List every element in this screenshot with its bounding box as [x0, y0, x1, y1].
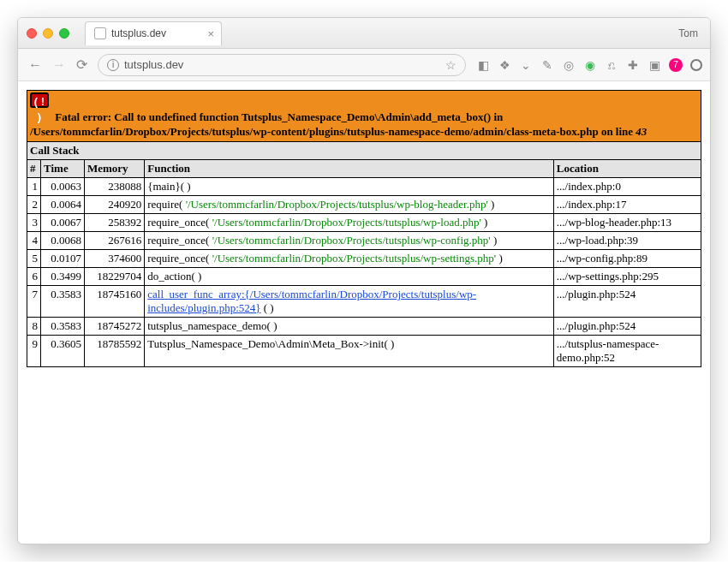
col-location: Location: [553, 159, 701, 177]
cell-memory: 374600: [84, 249, 144, 267]
forward-button[interactable]: →: [52, 57, 66, 73]
extension-icon[interactable]: ▭: [710, 58, 711, 72]
cell-memory: 18229704: [84, 267, 144, 285]
minimize-window-button[interactable]: [43, 28, 53, 39]
cell-time: 0.3583: [41, 285, 85, 317]
url-text: tutsplus.dev: [124, 58, 183, 71]
browser-tab[interactable]: tutsplus.dev ×: [85, 21, 222, 45]
extension-icon[interactable]: ⎌: [605, 58, 618, 72]
cell-index: 3: [27, 213, 41, 231]
xdebug-error-table: ( ! ) Fatal error: Call to undefined fun…: [27, 90, 701, 367]
stack-row: 30.0067258392require_once( '/Users/tommc…: [27, 213, 701, 231]
col-function: Function: [145, 159, 554, 177]
cell-location: .../wp-load.php:39: [553, 231, 701, 249]
tab-title: tutsplus.dev: [111, 27, 166, 39]
stack-row: 90.360518785592Tutsplus_Namespace_Demo\A…: [27, 335, 701, 366]
cell-function: require_once( '/Users/tommcfarlin/Dropbo…: [145, 213, 554, 231]
cell-function: {main}( ): [145, 177, 554, 195]
cell-memory: 238088: [84, 177, 144, 195]
cell-function: Tutsplus_Namespace_Demo\Admin\Meta_Box->…: [145, 335, 554, 366]
cell-memory: 258392: [84, 213, 144, 231]
extension-icon[interactable]: ◉: [583, 58, 597, 72]
cell-index: 4: [27, 231, 41, 249]
error-header: ( ! ) Fatal error: Call to undefined fun…: [27, 91, 701, 142]
stack-row: 70.358318745160call_user_func_array:{/Us…: [27, 285, 701, 317]
cell-index: 5: [27, 249, 41, 267]
cell-function: require_once( '/Users/tommcfarlin/Dropbo…: [145, 231, 554, 249]
extension-evernote-icon[interactable]: ✎: [540, 58, 554, 72]
tab-close-icon[interactable]: ×: [207, 27, 214, 40]
cell-time: 0.3583: [41, 317, 85, 335]
cell-index: 7: [27, 285, 41, 317]
cell-index: 6: [27, 267, 41, 285]
function-link[interactable]: call_user_func_array:{/Users/tommcfarlin…: [147, 288, 476, 314]
cell-index: 9: [27, 335, 41, 366]
extension-icon[interactable]: ◧: [476, 58, 490, 72]
address-bar[interactable]: i tutsplus.dev ☆: [98, 54, 466, 76]
bookmark-star-icon[interactable]: ☆: [445, 58, 456, 72]
extension-icon[interactable]: ▣: [647, 58, 661, 72]
function-path: '/Users/tommcfarlin/Dropbox/Projects/tut…: [186, 198, 488, 211]
function-path: '/Users/tommcfarlin/Dropbox/Projects/tut…: [212, 252, 496, 265]
cell-location: .../plugin.php:524: [553, 285, 701, 317]
cell-function: require_once( '/Users/tommcfarlin/Dropbo…: [145, 249, 554, 267]
cell-time: 0.3605: [41, 335, 85, 366]
cell-function: call_user_func_array:{/Users/tommcfarlin…: [145, 285, 554, 317]
col-index: #: [27, 159, 41, 177]
browser-toolbar: ← → ⟳ i tutsplus.dev ☆ ◧ ❖ ⌄ ✎ ◎ ◉ ⎌ ✚ ▣…: [18, 49, 710, 81]
browser-window: tutsplus.dev × Tom ← → ⟳ i tutsplus.dev …: [17, 17, 711, 544]
col-time: Time: [41, 159, 85, 177]
error-bang-icon: ( ! ): [30, 92, 49, 108]
cell-time: 0.3499: [41, 267, 85, 285]
site-info-icon[interactable]: i: [107, 59, 119, 71]
stack-row: 60.349918229704do_action( ).../wp-settin…: [27, 267, 701, 285]
stack-row: 10.0063238088{main}( ).../index.php:0: [27, 177, 701, 195]
cell-time: 0.0063: [41, 177, 85, 195]
extension-pocket-icon[interactable]: ⌄: [519, 58, 533, 72]
back-button[interactable]: ←: [28, 57, 42, 73]
cell-time: 0.0068: [41, 231, 85, 249]
stack-row: 80.358318745272tutsplus_namespace_demo( …: [27, 317, 701, 335]
cell-location: .../wp-blog-header.php:13: [553, 213, 701, 231]
page-content: ( ! ) Fatal error: Call to undefined fun…: [18, 81, 710, 544]
extension-icon[interactable]: ✚: [626, 58, 640, 72]
cell-location: .../wp-settings.php:295: [553, 267, 701, 285]
function-path: '/Users/tommcfarlin/Dropbox/Projects/tut…: [212, 216, 481, 229]
window-titlebar: tutsplus.dev × Tom: [18, 18, 710, 49]
error-prefix: Fatal error:: [55, 110, 111, 123]
tab-favicon: [94, 27, 106, 39]
extension-icon[interactable]: ◎: [562, 58, 576, 72]
extension-icons: ◧ ❖ ⌄ ✎ ◎ ◉ ⎌ ✚ ▣ 7 ▭ ⋮: [476, 58, 711, 72]
cell-memory: 267616: [84, 231, 144, 249]
error-file: /Users/tommcfarlin/Dropbox/Projects/tuts…: [30, 125, 599, 138]
cell-time: 0.0067: [41, 213, 85, 231]
extension-icon[interactable]: [690, 59, 702, 71]
cell-memory: 18785592: [84, 335, 144, 366]
extension-icon[interactable]: 7: [669, 58, 683, 72]
cell-function: tutsplus_namespace_demo( ): [145, 317, 554, 335]
cell-index: 8: [27, 317, 41, 335]
maximize-window-button[interactable]: [59, 28, 69, 39]
traffic-lights: [27, 28, 69, 39]
error-line: 43: [636, 125, 647, 138]
stack-row: 20.0064240920require( '/Users/tommcfarli…: [27, 195, 701, 213]
error-message: Call to undefined function Tutsplus_Name…: [111, 110, 503, 123]
function-path: '/Users/tommcfarlin/Dropbox/Projects/tut…: [212, 234, 491, 247]
cell-index: 2: [27, 195, 41, 213]
cell-time: 0.0064: [41, 195, 85, 213]
error-online: on line: [599, 125, 636, 138]
close-window-button[interactable]: [27, 28, 37, 39]
col-memory: Memory: [84, 159, 144, 177]
cell-function: do_action( ): [145, 267, 554, 285]
cell-index: 1: [27, 177, 41, 195]
extension-icon[interactable]: ❖: [498, 58, 511, 72]
reload-button[interactable]: ⟳: [76, 57, 87, 73]
stack-row: 50.0107374600require_once( '/Users/tommc…: [27, 249, 701, 267]
stack-row: 40.0068267616require_once( '/Users/tommc…: [27, 231, 701, 249]
cell-memory: 18745272: [84, 317, 144, 335]
profile-label[interactable]: Tom: [678, 27, 698, 39]
cell-function: require( '/Users/tommcfarlin/Dropbox/Pro…: [145, 195, 554, 213]
cell-location: .../index.php:17: [553, 195, 701, 213]
cell-time: 0.0107: [41, 249, 85, 267]
cell-memory: 240920: [84, 195, 144, 213]
